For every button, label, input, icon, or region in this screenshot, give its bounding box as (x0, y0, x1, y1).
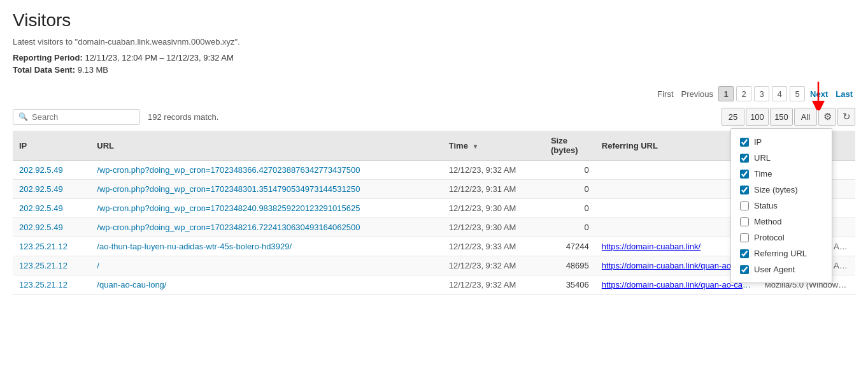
cell-size: 0 (544, 180, 595, 199)
th-time[interactable]: Time ▼ (443, 131, 544, 161)
cell-url[interactable]: /wp-cron.php?doing_wp_cron=1702348301.35… (90, 180, 442, 199)
ref-link[interactable]: https://domain-cuaban.link/ (602, 242, 701, 251)
columns-dropdown: IP URL Time Size (bytes) Status Method P… (730, 128, 832, 283)
sort-arrow-time: ▼ (473, 143, 479, 150)
col-checkbox-size[interactable] (740, 186, 749, 194)
records-count: 192 records match. (148, 112, 218, 122)
pp-btn-all[interactable]: All (794, 108, 817, 126)
col-label-user-agent: User Agent (754, 265, 795, 274)
cell-ip: 202.92.5.49 (13, 180, 90, 199)
cell-time: 12/12/23, 9:32 AM (443, 161, 544, 180)
col-checkbox-protocol[interactable] (740, 233, 749, 242)
pp-btn-25[interactable]: 25 (722, 108, 744, 126)
cell-time: 12/12/23, 9:30 AM (443, 218, 544, 237)
first-page-btn[interactable]: First (655, 89, 676, 99)
url-link[interactable]: /wp-cron.php?doing_wp_cron=1702348216.72… (97, 223, 360, 232)
table-row: 202.92.5.49 /wp-cron.php?doing_wp_cron=1… (13, 199, 855, 218)
url-link[interactable]: /wp-cron.php?doing_wp_cron=1702348240.98… (97, 203, 360, 213)
col-label-protocol: Protocol (754, 233, 785, 242)
col-checkbox-time[interactable] (740, 170, 749, 179)
page-btn-2[interactable]: 2 (736, 86, 751, 101)
cell-url[interactable]: /ao-thun-tap-luyen-nu-adidas-wtr-45s-bol… (90, 237, 442, 256)
cell-time: 12/12/23, 9:32 AM (443, 275, 544, 295)
cell-size: 47244 (544, 237, 595, 256)
cell-ip: 202.92.5.49 (13, 199, 90, 218)
col-label-size: Size (bytes) (754, 185, 798, 194)
cell-url[interactable]: /wp-cron.php?doing_wp_cron=1702348366.42… (90, 161, 442, 180)
col-label-url: URL (754, 153, 771, 163)
col-checkbox-user-agent[interactable] (740, 265, 749, 274)
th-ip: IP (13, 131, 90, 161)
reporting-period-label: Reporting Period: (13, 53, 83, 62)
prev-page-btn[interactable]: Previous (679, 89, 716, 99)
col-item-method[interactable]: Method (731, 214, 832, 230)
columns-toggle-button[interactable]: ⚙ (818, 108, 836, 126)
table-row: 123.25.21.12 / 12/12/23, 9:32 AM 48695 h… (13, 256, 855, 275)
col-checkbox-referring-url[interactable] (740, 249, 749, 258)
last-page-btn[interactable]: Last (833, 89, 855, 99)
search-input[interactable] (32, 112, 134, 122)
cell-url[interactable]: /quan-ao-cau-long/ (90, 275, 442, 295)
cell-ip: 123.25.21.12 (13, 237, 90, 256)
table-row: 202.92.5.49 /wp-cron.php?doing_wp_cron=1… (13, 180, 855, 199)
table-row: 123.25.21.12 /quan-ao-cau-long/ 12/12/23… (13, 275, 855, 295)
toolbar: 🔍 192 records match. 25 100 150 All ⚙ ↻ … (13, 108, 855, 126)
table-row: 123.25.21.12 /ao-thun-tap-luyen-nu-adida… (13, 237, 855, 256)
cell-url[interactable]: / (90, 256, 442, 275)
url-link[interactable]: /ao-thun-tap-luyen-nu-adidas-wtr-45s-bol… (97, 242, 292, 251)
search-box[interactable]: 🔍 (13, 109, 140, 125)
page-btn-3[interactable]: 3 (754, 86, 769, 101)
page-btn-5[interactable]: 5 (790, 86, 805, 101)
url-link[interactable]: / (97, 261, 99, 270)
table-body: 202.92.5.49 /wp-cron.php?doing_wp_cron=1… (13, 161, 855, 295)
page-btn-1[interactable]: 1 (718, 86, 734, 101)
table-header-row: IP URL Time ▼ Size(bytes) Referring URL … (13, 131, 855, 161)
table-row: 202.92.5.49 /wp-cron.php?doing_wp_cron=1… (13, 161, 855, 180)
table-row: 202.92.5.49 /wp-cron.php?doing_wp_cron=1… (13, 218, 855, 237)
th-size: Size(bytes) (544, 131, 595, 161)
col-item-size[interactable]: Size (bytes) (731, 182, 832, 198)
col-item-time[interactable]: Time (731, 166, 832, 182)
col-checkbox-status[interactable] (740, 201, 749, 210)
col-item-referring-url[interactable]: Referring URL (731, 245, 832, 261)
url-link[interactable]: /wp-cron.php?doing_wp_cron=1702348301.35… (97, 184, 360, 194)
col-checkbox-ip[interactable] (740, 138, 749, 147)
cell-ip: 123.25.21.12 (13, 256, 90, 275)
col-label-ip: IP (754, 137, 762, 147)
cell-url[interactable]: /wp-cron.php?doing_wp_cron=1702348216.72… (90, 218, 442, 237)
url-link[interactable]: /wp-cron.php?doing_wp_cron=1702348366.42… (97, 165, 360, 175)
cell-ip: 202.92.5.49 (13, 161, 90, 180)
col-label-status: Status (754, 201, 778, 210)
col-item-status[interactable]: Status (731, 198, 832, 214)
col-checkbox-url[interactable] (740, 154, 749, 163)
cell-time: 12/12/23, 9:33 AM (443, 237, 544, 256)
cell-time: 12/12/23, 9:30 AM (443, 199, 544, 218)
cell-size: 0 (544, 161, 595, 180)
refresh-button[interactable]: ↻ (837, 108, 855, 126)
cell-time: 12/12/23, 9:32 AM (443, 256, 544, 275)
cell-ip: 202.92.5.49 (13, 218, 90, 237)
page-btn-4[interactable]: 4 (772, 86, 787, 101)
total-data-label: Total Data Sent: (13, 65, 75, 75)
col-label-referring-url: Referring URL (754, 249, 807, 258)
cell-size: 48695 (544, 256, 595, 275)
col-item-url[interactable]: URL (731, 150, 832, 166)
per-page-buttons: 25 100 150 All (722, 108, 817, 126)
visitors-table: IP URL Time ▼ Size(bytes) Referring URL … (13, 131, 855, 295)
cell-url[interactable]: /wp-cron.php?doing_wp_cron=1702348240.98… (90, 199, 442, 218)
page-title: Visitors (13, 10, 855, 31)
next-page-btn[interactable]: Next (808, 89, 830, 99)
pagination-bar: First Previous 1 2 3 4 5 Next Last (13, 86, 855, 101)
page-subtitle: Latest visitors to "domain-cuaban.link.w… (13, 37, 855, 47)
pp-btn-150[interactable]: 150 (770, 108, 793, 126)
col-item-ip[interactable]: IP (731, 134, 832, 150)
cell-size: 0 (544, 199, 595, 218)
search-icon: 🔍 (18, 112, 28, 121)
visitors-table-wrap: IP URL Time ▼ Size(bytes) Referring URL … (13, 131, 855, 295)
col-item-user-agent[interactable]: User Agent (731, 261, 832, 277)
url-link[interactable]: /quan-ao-cau-long/ (97, 280, 166, 289)
col-checkbox-method[interactable] (740, 217, 749, 226)
pp-btn-100[interactable]: 100 (746, 108, 769, 126)
th-url: URL (90, 131, 442, 161)
col-item-protocol[interactable]: Protocol (731, 230, 832, 245)
